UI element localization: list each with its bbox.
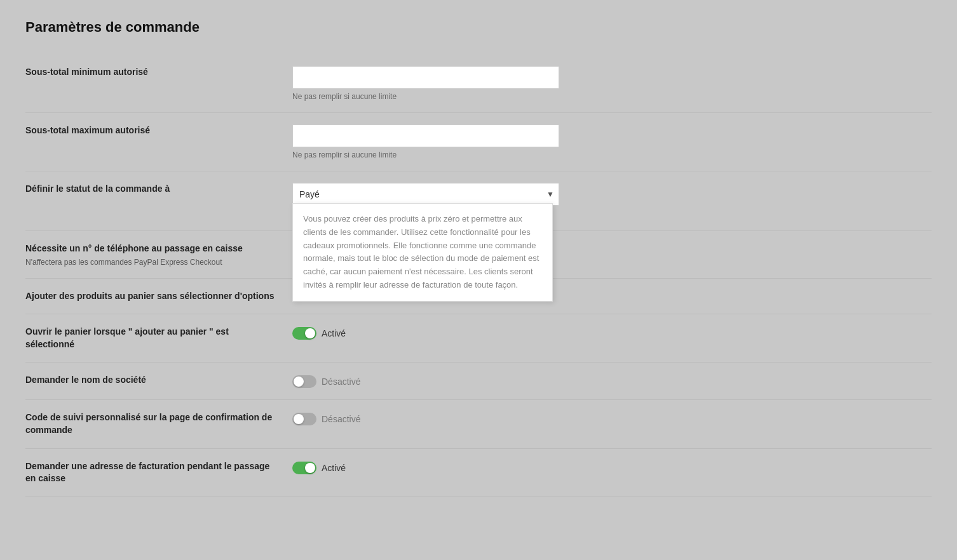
label-min-subtotal: Sous-total minimum autorisé — [25, 66, 280, 79]
settings-container: Sous-total minimum autorisé Ne pas rempl… — [25, 55, 932, 497]
hint-max-subtotal: Ne pas remplir si aucune limite — [292, 150, 397, 159]
toggle-switch-custom-tracking[interactable] — [292, 413, 316, 425]
select-wrapper-order-status: Payé En attente Traitement Complété Annu… — [292, 183, 559, 206]
toggle-track-open-cart — [292, 327, 316, 340]
label-order-status: Définir le statut de la commande à — [25, 183, 280, 196]
toggle-thumb-company-name — [294, 377, 304, 387]
label-add-products: Ajouter des produits au panier sans séle… — [25, 290, 280, 303]
row-max-subtotal: Sous-total maximum autorisé Ne pas rempl… — [25, 113, 932, 171]
toggle-switch-company-name[interactable] — [292, 375, 316, 388]
label-billing-address: Demander une adresse de facturation pend… — [25, 460, 280, 485]
toggle-switch-billing-address[interactable] — [292, 462, 316, 474]
label-custom-tracking: Code de suivi personnalisé sur la page d… — [25, 411, 280, 436]
toggle-billing-address[interactable]: Activé — [292, 462, 346, 474]
row-min-subtotal: Sous-total minimum autorisé Ne pas rempl… — [25, 55, 932, 113]
toggle-thumb-open-cart — [305, 328, 315, 338]
input-min-subtotal[interactable] — [292, 66, 559, 89]
hint-min-subtotal: Ne pas remplir si aucune limite — [292, 92, 397, 101]
toggle-custom-tracking[interactable]: Désactivé — [292, 413, 360, 425]
toggle-label-open-cart: Activé — [322, 328, 346, 338]
tooltip-popup: Vous pouvez créer des produits à prix zé… — [292, 203, 553, 302]
row-billing-address: Demander une adresse de facturation pend… — [25, 449, 932, 497]
row-order-status: Définir le statut de la commande à Payé … — [25, 171, 932, 231]
toggle-track-billing-address — [292, 462, 316, 474]
input-max-subtotal[interactable] — [292, 124, 559, 147]
row-company-name: Demander le nom de société Désactivé — [25, 363, 932, 400]
row-custom-tracking: Code de suivi personnalisé sur la page d… — [25, 400, 932, 448]
page-title: Paramètres de commande — [25, 19, 932, 36]
label-company-name: Demander le nom de société — [25, 374, 280, 387]
toggle-label-billing-address: Activé — [322, 463, 346, 473]
toggle-label-custom-tracking: Désactivé — [322, 414, 360, 424]
tooltip-text: Vous pouvez créer des produits à prix zé… — [293, 204, 552, 301]
toggle-thumb-billing-address — [305, 463, 315, 473]
toggle-open-cart[interactable]: Activé — [292, 327, 346, 340]
toggle-company-name[interactable]: Désactivé — [292, 375, 360, 388]
toggle-switch-open-cart[interactable] — [292, 327, 316, 340]
toggle-track-custom-tracking — [292, 413, 316, 425]
toggle-thumb-custom-tracking — [294, 414, 304, 424]
label-max-subtotal: Sous-total maximum autorisé — [25, 124, 280, 137]
toggle-label-company-name: Désactivé — [322, 377, 360, 387]
sublabel-phone-checkout: N'affectera pas les commandes PayPal Exp… — [25, 258, 280, 267]
select-order-status[interactable]: Payé En attente Traitement Complété Annu… — [292, 183, 559, 206]
label-phone-checkout: Nécessite un n° de téléphone au passage … — [25, 243, 280, 255]
toggle-track-company-name — [292, 375, 316, 388]
label-open-cart: Ouvrir le panier lorsque " ajouter au pa… — [25, 326, 280, 350]
row-open-cart: Ouvrir le panier lorsque " ajouter au pa… — [25, 314, 932, 363]
